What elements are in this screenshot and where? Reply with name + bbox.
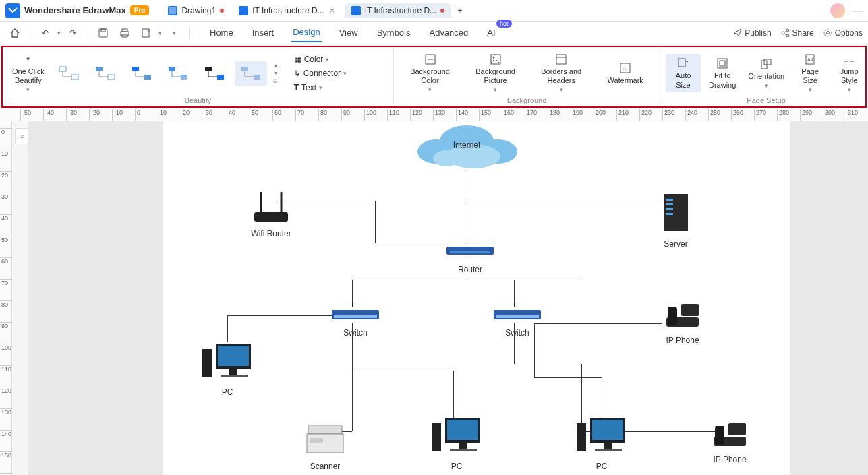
svg-rect-15	[108, 75, 115, 80]
add-tab-button[interactable]: +	[453, 3, 467, 18]
svg-rect-53	[334, 315, 377, 318]
borders-headers-button[interactable]: Borders and Headers ▾	[537, 50, 585, 96]
one-click-beautify-button[interactable]: ✦ One Click Beautify ▾	[8, 50, 49, 96]
svg-point-26	[492, 57, 494, 59]
panel-expand-button[interactable]: »	[15, 128, 30, 144]
menu-symbols[interactable]: Symbols	[376, 24, 412, 42]
svg-rect-13	[71, 75, 78, 80]
tab-drawing1[interactable]: Drawing1	[161, 3, 231, 18]
menu-ai[interactable]: AIhot	[486, 24, 496, 42]
svg-rect-67	[432, 423, 441, 451]
menu-view[interactable]: View	[338, 24, 359, 42]
connector[interactable]	[352, 323, 353, 431]
connector[interactable]	[352, 371, 453, 371]
ruler-tick: 170	[525, 109, 537, 121]
node-ipphone-1[interactable]: IP Phone	[656, 298, 710, 345]
ruler-tick: 30	[0, 193, 12, 200]
connector-dropdown[interactable]: ↳Connector▾	[291, 67, 349, 80]
gallery-expand-icon[interactable]: ⊟	[271, 78, 281, 85]
connector[interactable]	[534, 377, 602, 378]
style-swatch-4[interactable]	[162, 61, 194, 86]
ruler-tick: 280	[777, 109, 789, 121]
palette-icon: ▦	[294, 55, 301, 64]
svg-rect-21	[217, 75, 224, 80]
background-color-button[interactable]: Background Color ▾	[406, 50, 454, 96]
node-wifi-router[interactable]: Wifi Router	[241, 189, 301, 239]
watermark-label: Watermark	[607, 76, 643, 85]
drawing-page[interactable]: Internet	[163, 121, 790, 475]
style-swatch-5[interactable]	[198, 61, 231, 86]
export-button[interactable]	[137, 24, 156, 42]
node-internet[interactable]: Internet	[409, 121, 524, 174]
orientation-button[interactable]: Orientation ▾	[744, 55, 788, 92]
scroll-up-icon[interactable]: ▴	[271, 62, 281, 69]
connector[interactable]	[514, 280, 515, 307]
node-switch-1[interactable]: Switch	[325, 305, 386, 338]
bg-pic-label: Background Picture	[475, 67, 515, 85]
watermark-button[interactable]: A Watermark	[603, 59, 647, 88]
redo-button[interactable]: ↷	[63, 24, 82, 42]
node-pc-1[interactable]: PC	[197, 337, 258, 397]
canvas[interactable]: Internet	[28, 121, 868, 475]
design-ribbon: ✦ One Click Beautify ▾ ▴ ▾ ⊟ ▦Color▾ ↳Co…	[3, 47, 865, 106]
node-pc-2[interactable]: PC	[426, 411, 487, 471]
ruler-tick: 160	[502, 109, 514, 121]
page-size-button[interactable]: A4 Page Size ▾	[792, 50, 828, 96]
print-button[interactable]	[115, 24, 134, 42]
tab-it-infra-1[interactable]: IT Infrastructure D... ×	[232, 3, 343, 18]
quick-access-bar: ↶ ▾ ↷ ▾ ▾ Home Insert Design View Symbol…	[0, 22, 868, 44]
connector[interactable]	[227, 315, 335, 316]
ruler-tick: 310	[846, 109, 858, 121]
svg-point-41	[433, 150, 460, 166]
minimize-button[interactable]: —	[852, 5, 863, 17]
node-pc-3[interactable]: PC	[571, 411, 632, 471]
jump-style-button[interactable]: Jump Style ▾	[832, 50, 867, 96]
doc-icon	[351, 6, 361, 15]
connector[interactable]	[534, 323, 662, 324]
pagesize-label: Page Size	[801, 67, 819, 85]
connector[interactable]	[467, 170, 467, 241]
text-dropdown[interactable]: TText▾	[291, 82, 349, 94]
connector[interactable]	[375, 201, 376, 243]
menu-home[interactable]: Home	[208, 24, 235, 42]
one-click-label: One Click Beautify	[12, 67, 45, 85]
connector[interactable]	[467, 201, 669, 201]
save-button[interactable]	[94, 24, 113, 42]
menu-design[interactable]: Design	[291, 23, 321, 42]
autosize-icon	[676, 57, 691, 70]
connector[interactable]	[514, 280, 581, 280]
auto-size-button[interactable]: Auto Size	[666, 54, 701, 92]
menu-advanced[interactable]: Advanced	[428, 24, 469, 42]
scroll-down-icon[interactable]: ▾	[271, 70, 281, 77]
fit-to-drawing-button[interactable]: Fit to Drawing	[705, 54, 740, 92]
more-button[interactable]: ▾	[165, 24, 183, 42]
tab-it-infra-2[interactable]: IT Infrastructure D...	[345, 3, 451, 18]
node-scanner[interactable]: Scanner	[295, 418, 355, 471]
background-picture-button[interactable]: Background Picture ▾	[471, 50, 519, 96]
connector[interactable]	[352, 280, 353, 307]
undo-button[interactable]: ↶	[36, 24, 55, 42]
menu-insert[interactable]: Insert	[251, 24, 276, 42]
node-server[interactable]: Server	[649, 189, 703, 249]
ruler-tick: 140	[0, 430, 12, 437]
share-button[interactable]: Share	[781, 28, 814, 38]
node-router[interactable]: Router	[440, 241, 500, 274]
options-button[interactable]: Options	[823, 28, 863, 38]
node-ipphone-2[interactable]: IP Phone	[703, 418, 757, 464]
chevron-down-icon[interactable]: ▾	[57, 30, 61, 36]
style-swatch-6[interactable]	[235, 61, 267, 86]
chevron-down-icon[interactable]: ▾	[158, 30, 162, 36]
style-swatch-2[interactable]	[89, 61, 121, 86]
user-avatar[interactable]	[830, 3, 845, 18]
style-swatch-3[interactable]	[125, 61, 158, 86]
svg-rect-46	[666, 199, 673, 201]
node-switch-2[interactable]: Switch	[487, 305, 548, 338]
home-nav-button[interactable]	[5, 24, 24, 42]
publish-button[interactable]: Publish	[733, 28, 771, 38]
close-icon[interactable]: ×	[328, 7, 337, 15]
color-dropdown[interactable]: ▦Color▾	[291, 53, 349, 65]
ruler-tick: 90	[0, 322, 12, 329]
connector[interactable]	[635, 431, 689, 432]
style-swatch-1[interactable]	[53, 61, 85, 86]
group-label-beautify: Beautify	[8, 96, 388, 106]
